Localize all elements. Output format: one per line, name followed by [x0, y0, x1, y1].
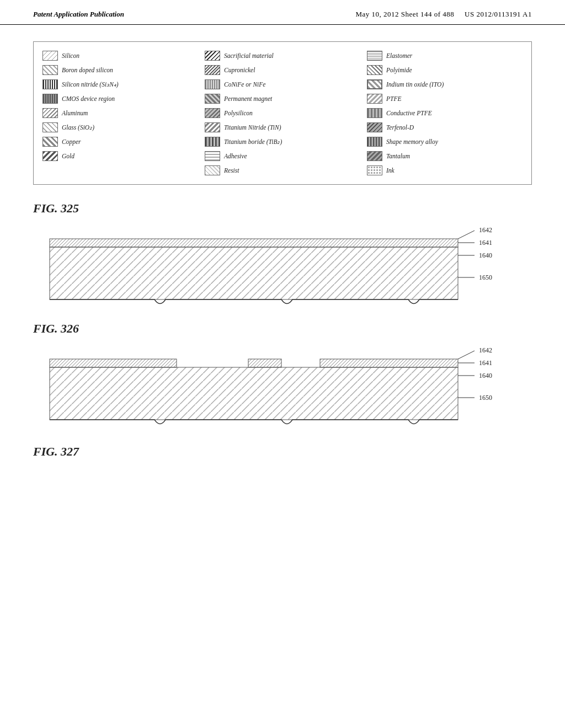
legend-label-permanent: Permanent magnet	[224, 95, 272, 102]
swatch-conife	[205, 79, 220, 89]
legend-label-ink: Ink	[386, 167, 395, 174]
legend-item-elastomer: Elastomer	[364, 50, 526, 62]
svg-text:1650: 1650	[479, 394, 492, 402]
legend-item-adhesive: Adhesive	[201, 150, 364, 162]
legend-item-conife: CoNiFe or NiFe	[201, 78, 364, 90]
swatch-titanium-nitride	[205, 122, 220, 132]
fig325-diagram: 1642 1641 1640 1650	[33, 222, 532, 311]
swatch-titanium-boride	[205, 137, 220, 147]
svg-rect-16	[50, 359, 177, 367]
svg-text:1641: 1641	[479, 359, 492, 367]
swatch-ptfe	[367, 94, 382, 104]
swatch-glass	[42, 122, 58, 132]
legend-label-boron: Boron doped silicon	[62, 67, 113, 73]
main-content: Silicon Sacrificial material Elastomer B…	[0, 25, 565, 482]
legend-item-titanium-boride: Titanium boride (TiB₂)	[201, 136, 364, 148]
swatch-resist	[205, 165, 220, 175]
legend-item-cmos: CMOS device region	[39, 93, 201, 105]
legend-label-titanium-nitride: Titanium Nitride (TiN)	[224, 124, 281, 131]
svg-rect-4	[50, 239, 458, 247]
header-meta: May 10, 2012 Sheet 144 of 488 US 2012/01…	[356, 10, 532, 19]
legend-item-ink: Ink	[364, 164, 526, 176]
legend-item-terfenol: Terfenol-D	[364, 121, 526, 133]
legend-item-empty1	[39, 164, 201, 176]
legend-label-cmos: CMOS device region	[62, 95, 115, 102]
swatch-polyimide	[367, 65, 382, 75]
header-date-sheet: May 10, 2012 Sheet 144 of 488	[356, 10, 455, 18]
legend-label-ptfe: PTFE	[386, 95, 401, 102]
legend-label-terfenol: Terfenol-D	[386, 124, 414, 131]
legend-item-silicon: Silicon	[39, 50, 201, 62]
legend-label-ito: Indium tin oxide (ITO)	[386, 81, 444, 88]
swatch-terfenol	[367, 122, 382, 132]
header-patent-number: US 2012/0113191 A1	[465, 10, 532, 18]
svg-text:1640: 1640	[479, 251, 492, 259]
swatch-permanent	[205, 94, 220, 104]
legend-item-silicon-nitride: Silicon nitride (Si₃N₄)	[39, 78, 201, 90]
fig326-diagram: 1642 1641 1640 1650	[33, 342, 532, 433]
legend-label-silicon: Silicon	[62, 52, 79, 59]
legend-item-tantalum: Tantalum	[364, 150, 526, 162]
legend-item-sacrificial: Sacrificial material	[201, 50, 364, 62]
legend-box: Silicon Sacrificial material Elastomer B…	[33, 41, 532, 185]
legend-label-polyimide: Polyimide	[386, 67, 412, 73]
legend-item-ptfe: PTFE	[364, 93, 526, 105]
svg-text:1641: 1641	[479, 239, 492, 247]
svg-rect-18	[248, 359, 281, 367]
legend-item-glass: Glass (SiO₂)	[39, 121, 201, 133]
legend-item-conductive-ptfe: Conductive PTFE	[364, 107, 526, 119]
header-publication-label: Patent Application Publication	[33, 10, 124, 19]
fig326-caption: FIG. 326	[33, 322, 532, 336]
fig326-svg: 1642 1641 1640 1650	[33, 342, 502, 433]
legend-label-cupronickel: Cupronickel	[224, 67, 255, 73]
legend-label-resist: Resist	[224, 167, 239, 174]
swatch-boron	[42, 65, 58, 75]
legend-item-polyimide: Polyimide	[364, 64, 526, 76]
svg-text:1642: 1642	[479, 226, 492, 234]
svg-line-5	[458, 231, 475, 239]
legend-item-cupronickel: Cupronickel	[201, 64, 364, 76]
legend-item-polysilicon: Polysilicon	[201, 107, 364, 119]
legend-label-elastomer: Elastomer	[386, 52, 412, 59]
swatch-tantalum	[367, 151, 382, 161]
swatch-conductive-ptfe	[367, 108, 382, 118]
svg-line-19	[458, 351, 475, 359]
legend-item-copper: Copper	[39, 136, 201, 148]
legend-label-glass: Glass (SiO₂)	[62, 124, 94, 131]
swatch-adhesive	[205, 151, 220, 161]
legend-label-polysilicon: Polysilicon	[224, 110, 253, 116]
swatch-copper	[42, 137, 58, 147]
legend-label-gold: Gold	[62, 153, 74, 159]
swatch-shape-memory	[367, 137, 382, 147]
svg-rect-3	[50, 247, 458, 299]
svg-text:1640: 1640	[479, 372, 492, 379]
page-header: Patent Application Publication May 10, 2…	[0, 0, 565, 25]
legend-item-boron: Boron doped silicon	[39, 64, 201, 76]
legend-item-aluminum: Aluminum	[39, 107, 201, 119]
svg-rect-17	[320, 359, 458, 367]
swatch-silicon	[42, 51, 58, 61]
legend-label-adhesive: Adhesive	[224, 153, 247, 159]
fig325-svg: 1642 1641 1640 1650	[33, 222, 502, 311]
svg-rect-15	[50, 367, 458, 420]
legend-label-shape-memory: Shape memory alloy	[386, 138, 438, 145]
swatch-aluminum	[42, 108, 58, 118]
legend-label-copper: Copper	[62, 138, 81, 145]
legend-item-gold: Gold	[39, 150, 201, 162]
swatch-elastomer	[367, 51, 382, 61]
swatch-cmos	[42, 94, 58, 104]
swatch-cupronickel	[205, 65, 220, 75]
fig325-caption: FIG. 325	[33, 201, 532, 216]
legend-label-titanium-boride: Titanium boride (TiB₂)	[224, 138, 282, 146]
legend-label-sacrificial: Sacrificial material	[224, 52, 274, 59]
svg-text:1650: 1650	[479, 274, 492, 281]
swatch-polysilicon	[205, 108, 220, 118]
svg-text:1642: 1642	[479, 346, 492, 354]
swatch-ito	[367, 79, 382, 89]
swatch-gold	[42, 151, 58, 161]
legend-label-conife: CoNiFe or NiFe	[224, 81, 265, 88]
legend-label-conductive-ptfe: Conductive PTFE	[386, 110, 432, 116]
legend-item-permanent: Permanent magnet	[201, 93, 364, 105]
legend-label-silicon-nitride: Silicon nitride (Si₃N₄)	[62, 81, 119, 88]
swatch-silicon-nitride	[42, 79, 58, 89]
